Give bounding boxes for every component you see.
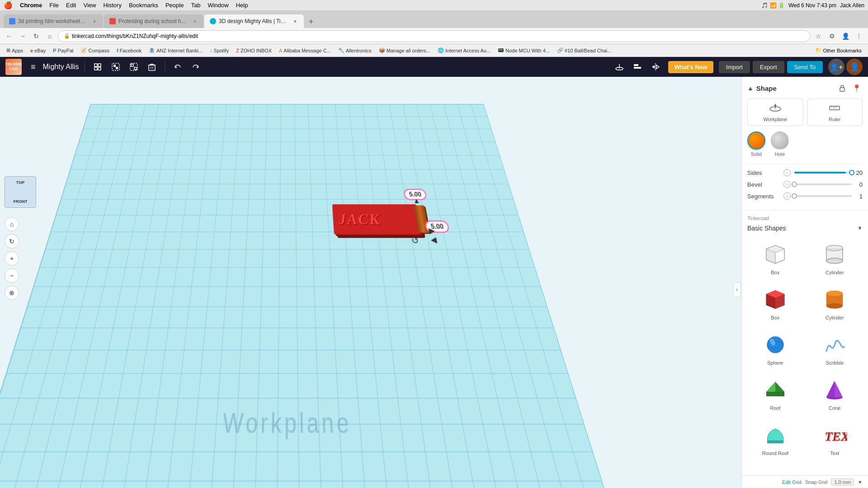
hamburger-button[interactable]: ≡ [31,62,36,72]
bookmark-compass[interactable]: 🧭 Compass [78,47,112,54]
ruler-button[interactable]: Ruler [807,99,863,126]
library-dropdown-arrow[interactable]: ▼ [857,225,863,231]
profile-btn[interactable]: 👤 [840,31,851,42]
sides-slider-control[interactable]: − [783,169,791,176]
select-all-button[interactable] [90,60,105,74]
workplane-button[interactable]: Workplane [747,99,803,126]
shape-item-cylinder-gray[interactable]: Cylinder [807,237,863,279]
bookmark-spotify[interactable]: ♪ Spotify [207,47,231,54]
export-button[interactable]: Export [753,61,784,73]
more-btn[interactable]: ⋮ [854,31,864,42]
lock-shape-button[interactable] [836,82,848,94]
add-user-button[interactable]: 👤+ [828,59,844,75]
redo-button[interactable] [189,60,203,74]
tinkercad-logo[interactable]: TIN KER CAD [5,59,22,75]
back-button[interactable]: ← [4,31,14,42]
shape-item-box-gray[interactable]: Box [747,237,803,279]
menubar-edit[interactable]: Edit [66,2,76,9]
other-bookmarks[interactable]: 📁 Other Bookmarks [812,47,864,54]
bookmark-allentronics[interactable]: 🔧 Allentronics [335,47,374,54]
bookmark-star[interactable]: ☆ [813,31,824,42]
solid-option[interactable]: Solid [747,131,765,157]
solid-circle[interactable] [747,131,765,150]
send-to-button[interactable]: Send To [787,61,823,73]
shape-item-text[interactable]: TEXT TEXT Text [807,418,863,460]
sides-slider-track[interactable] [794,172,852,174]
workplane-grid[interactable]: Workplane JACK 5.00 5.00 ↺ [0,104,608,488]
hole-circle[interactable] [771,131,789,150]
refresh-button[interactable]: ↻ [31,31,42,42]
bookmark-facebook[interactable]: f Facebook [114,47,144,54]
group-button[interactable] [108,60,123,74]
edit-grid-link[interactable]: Edit Grid [782,479,802,485]
home-button[interactable]: ⌂ [44,31,55,42]
menubar-chrome[interactable]: Chrome [20,2,42,9]
bevel-slider-track[interactable] [794,183,852,185]
align-button[interactable] [630,60,645,74]
mirror-button[interactable] [648,60,663,74]
hole-option[interactable]: Hole [771,131,789,157]
bevel-slider-control[interactable]: ○ [783,181,791,188]
browser-tab-3[interactable]: 3D design Mighty Allis | Tinkerc... × [204,14,304,28]
shape-item-cylinder-orange[interactable]: Cylinder [807,282,863,324]
sides-slider-thumb[interactable] [849,170,854,175]
home-view-button[interactable]: ⌂ [5,217,19,231]
shape-item-scribble[interactable]: Scribble [807,328,863,369]
view-cube-inner[interactable]: TOP FRONT [5,176,36,208]
browser-tab-2[interactable]: Protesting during school hours... × [104,14,203,28]
bookmark-apps[interactable]: ⊞ Apps [4,47,26,54]
menubar-bookmarks[interactable]: Bookmarks [129,2,158,9]
forward-button[interactable]: → [17,31,28,42]
workplane-toggle[interactable] [612,60,627,74]
shape-item-box-red[interactable]: Box [747,282,803,324]
zoom-in-button[interactable]: + [5,251,19,266]
bookmark-alibaba[interactable]: A Alibaba Message C... [276,47,334,54]
menubar-file[interactable]: File [49,2,59,9]
shape-item-cone-purple[interactable]: Cone [807,373,863,414]
tab-2-close[interactable]: × [192,18,198,24]
bookmark-internet-access[interactable]: 🌐 Internet Access Au... [435,47,493,54]
delete-button[interactable] [145,60,159,74]
bookmark-bead[interactable]: 🔗 #10 Ball/Bead Chai... [554,47,614,54]
zoom-out-button[interactable]: − [5,268,19,283]
red-plate-object[interactable]: JACK [332,204,421,235]
bookmark-paypal[interactable]: P PayPal [50,47,76,54]
shape-item-roof-green[interactable]: Roof [747,373,803,414]
browser-tab-1[interactable]: 3d printing fdm worksheet - Go... × [4,14,103,28]
import-button[interactable]: Import [719,61,750,73]
segments-slider-control[interactable]: ○ [783,192,791,200]
move-handle-top[interactable]: ▲ [412,197,421,205]
menubar-history[interactable]: History [103,2,121,9]
apple-menu[interactable]: 🍎 [4,1,13,9]
tab-3-close[interactable]: × [292,18,298,24]
bookmark-zoho[interactable]: Z ZOHO INBOX [233,47,274,54]
tab-1-close[interactable]: × [91,18,98,24]
menubar-view[interactable]: View [83,2,96,9]
panel-collapse-button[interactable]: ▲ [747,84,754,92]
3d-object-container[interactable]: JACK 5.00 5.00 ↺ ▲ ▶ ◀ [332,204,421,235]
bookmark-node-mcu[interactable]: 📟 Node MCU With 4... [495,47,552,54]
snap-grid-arrow[interactable]: ▼ [858,479,863,485]
shape-item-sphere-blue[interactable]: Sphere [747,328,803,369]
bookmark-manage-orders[interactable]: 📦 Manage all orders... [376,47,433,54]
new-tab-button[interactable]: + [305,15,317,28]
url-bar[interactable]: 🔒 tinkercad.com/things/bKnZ1NZuhqF-might… [58,30,810,42]
rotate-view-button[interactable]: ↻ [5,234,19,249]
canvas-area[interactable]: TOP FRONT ⌂ ↻ + − ⊕ Workplane [0,77,741,488]
menubar-tab[interactable]: Tab [191,2,200,9]
segments-slider-track[interactable] [794,195,852,197]
undo-button[interactable] [170,60,185,74]
whats-new-button[interactable]: What's New [668,61,713,73]
menubar-people[interactable]: People [165,2,184,9]
bevel-slider-thumb[interactable] [792,182,797,187]
view-cube[interactable]: TOP FRONT [5,176,41,212]
panel-collapse-arrow[interactable]: › [733,282,741,297]
ungroup-button[interactable] [127,60,141,74]
user-avatar[interactable]: 👤 [846,59,863,75]
location-button[interactable]: 📍 [851,82,863,94]
snap-grid-value[interactable]: 1.0 mm [831,479,854,486]
extension-btn[interactable]: ⚙ [826,31,837,42]
menubar-help[interactable]: Help [236,2,248,9]
shape-item-round-roof[interactable]: Round Roof [747,418,803,460]
bookmark-anz[interactable]: 🏦 ANZ Internet Banki... [146,47,205,54]
